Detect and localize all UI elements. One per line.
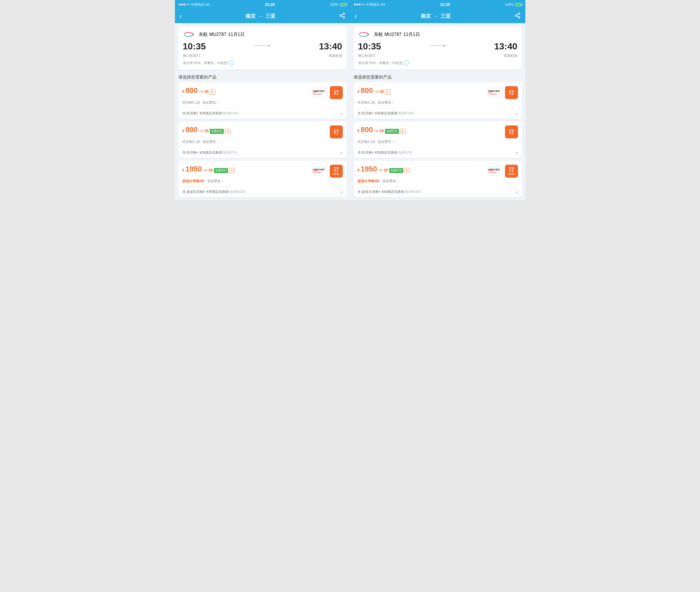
product-top-2r: ¥ 800 +¥ 28 免费班车 礼 订 xyxy=(358,126,518,138)
share-button-r[interactable] xyxy=(514,12,520,20)
battery-percent: 100% xyxy=(330,3,338,6)
separator1-r: | xyxy=(377,61,378,65)
flight-header: 东航 MU2787 11月1日 xyxy=(183,31,342,38)
more-info-icon[interactable]: › xyxy=(228,60,233,65)
more-info-icon-r[interactable]: › xyxy=(404,60,409,65)
meal-tag: 有餐饮 xyxy=(204,61,214,65)
dot5 xyxy=(188,4,190,5)
battery-fill xyxy=(340,4,345,6)
order-button-2r[interactable]: 订 xyxy=(505,126,518,138)
battery-icon-r xyxy=(515,3,521,6)
section-title-r: 请选择您需要的产品 xyxy=(350,73,525,82)
product-detail-2: 含:经济舱+ ¥28酒店优惠券(抵用¥70) ∨ xyxy=(182,147,343,158)
price-row-1: ¥ 800 +¥ 38 礼 xyxy=(182,86,216,95)
product-top-2: ¥ 800 +¥ 28 免费班车 礼 订 xyxy=(182,126,343,138)
price-main-1r: 800 xyxy=(361,86,373,95)
svg-line-4 xyxy=(341,14,343,15)
product-card-2r: ¥ 800 +¥ 28 免费班车 礼 订 经济舱4.1折 退改费高 › 含:经 xyxy=(354,121,522,158)
price-plus-2r: +¥ xyxy=(374,129,378,133)
meal-tag-r: 有餐饮 xyxy=(379,61,389,65)
svg-rect-19 xyxy=(358,31,372,38)
expand-icon-1[interactable]: ∨ xyxy=(340,111,343,116)
battery-fill-r xyxy=(516,4,521,6)
order-button-1[interactable]: 订 xyxy=(330,86,343,99)
share-button[interactable] xyxy=(339,12,345,20)
expand-icon-2r[interactable]: ∨ xyxy=(515,151,518,155)
status-bar-left: 中国电信 4G xyxy=(179,2,210,7)
order-button-1r[interactable]: 订 xyxy=(505,86,518,99)
upgrade-label-3: 超值头等舱3折 xyxy=(182,179,204,183)
currency-symbol-2: ¥ xyxy=(182,129,185,133)
currency-symbol-2r: ¥ xyxy=(358,129,360,133)
product-subinfo-1r: 经济舱4.1折 退改费高 › xyxy=(358,100,518,105)
price-extra-3: 38 xyxy=(208,168,213,172)
svg-rect-5 xyxy=(183,31,197,38)
phone-screen-right: 中国电信 4G 15:26 100% ‹ 南京 → 三亚 xyxy=(350,0,525,200)
product-detail-2r: 含:经济舱+ ¥28酒店优惠券(抵用¥70) ∨ xyxy=(358,147,518,158)
nav-title-r: 南京 → 三亚 xyxy=(421,13,451,19)
tag-shuttle-2: 免费班车 xyxy=(210,129,224,134)
svg-line-17 xyxy=(517,16,518,17)
tag-li-2r: 礼 xyxy=(400,129,406,134)
back-button-r[interactable]: ‹ xyxy=(355,12,357,20)
expand-icon-1r[interactable]: ∨ xyxy=(515,111,518,116)
depart-time-r: 10:35 xyxy=(358,41,381,52)
expand-icon-2[interactable]: ∨ xyxy=(340,151,343,155)
network-label: 4G xyxy=(205,3,210,6)
svg-text:携程旅威店: 携程旅威店 xyxy=(488,171,497,174)
signal-dots xyxy=(179,4,190,5)
order-button-2[interactable]: 订 xyxy=(330,126,343,138)
remaining-label-3: 剩4张 xyxy=(333,173,339,176)
product-right-3r: 中国东方航空 携程旅威店 订 剩4张 xyxy=(487,165,518,178)
tag-li-1: 礼 xyxy=(210,90,215,95)
price-row-3: ¥ 1950 +¥ 38 免费班车 礼 xyxy=(182,165,235,174)
tag-li-3: 礼 xyxy=(229,168,235,173)
product-top-1r: ¥ 800 +¥ 38 礼 中国东方航空 携程旅威店 xyxy=(358,86,518,99)
depart-time: 10:35 xyxy=(183,41,206,52)
product-top-3r: ¥ 1950 +¥ 38 免费班车 礼 中国东方航空 携程旅威店 xyxy=(358,165,518,178)
price-row-2: ¥ 800 +¥ 28 免费班车 礼 xyxy=(182,126,231,134)
status-bar-time: 15:26 xyxy=(265,2,275,7)
flight-header-r: 东航 MU2787 11月1日 xyxy=(358,31,517,38)
price-extra-2: 28 xyxy=(204,129,209,133)
battery-percent-r: 100% xyxy=(505,3,514,6)
svg-rect-11 xyxy=(312,167,327,176)
price-plus-1: +¥ xyxy=(199,90,203,94)
depart-airport: 禄口机场T2 xyxy=(183,53,200,58)
svg-text:携程旅威店: 携程旅威店 xyxy=(488,93,497,95)
price-plus-3: +¥ xyxy=(203,168,207,172)
network-label-r: 4G xyxy=(381,3,385,6)
product-card-2: ¥ 800 +¥ 28 免费班车 礼 订 经济舱4.1折 退改费高 › 含:经 xyxy=(178,121,347,158)
price-plus-3r: +¥ xyxy=(378,168,382,172)
flight-duration-arrow-r xyxy=(381,43,494,50)
flight-times: 10:35 13:40 xyxy=(183,41,342,52)
airline-badge-1: 中国东方航空 携程旅威店 xyxy=(312,88,328,97)
status-bar-right-r: 100% xyxy=(505,3,521,6)
svg-text:携程旅威店: 携程旅威店 xyxy=(313,171,322,174)
product-card-1r: ¥ 800 +¥ 38 礼 中国东方航空 携程旅威店 xyxy=(354,82,522,118)
arrive-airport-r: 凤凰机场 xyxy=(504,53,517,58)
price-main-3: 1950 xyxy=(185,165,202,174)
expand-icon-3[interactable]: ∨ xyxy=(340,190,343,194)
phone-screen-left: 中国电信 4G 15:26 100% ‹ 南京 → 三亚 xyxy=(175,0,350,200)
order-button-3[interactable]: 订 剩4张 xyxy=(330,165,343,178)
price-row-1r: ¥ 800 +¥ 38 礼 xyxy=(358,86,391,95)
upgrade-label-3r: 超值头等舱3折 xyxy=(358,179,380,183)
product-subinfo-3r: 超值头等舱3折 退改费低 › xyxy=(358,179,518,184)
product-subinfo-3: 超值头等舱3折 退改费低 › xyxy=(182,179,343,184)
dot1 xyxy=(179,4,181,5)
flight-card: 东航 MU2787 11月1日 10:35 13:40 禄口机场T2 凤凰机场 xyxy=(178,27,347,69)
airline-name-r: 东航 xyxy=(374,32,383,38)
product-subinfo-2r: 经济舱4.1折 退改费高 › xyxy=(358,140,518,144)
remaining-label-3r: 剩4张 xyxy=(508,173,515,176)
expand-icon-3r[interactable]: ∨ xyxy=(515,190,518,194)
flight-card-r: 东航 MU2787 11月1日 10:35 13:40 禄口机场T2 凤凰机场 xyxy=(354,27,522,69)
order-button-3r[interactable]: 订 剩4张 xyxy=(505,165,518,178)
back-button[interactable]: ‹ xyxy=(180,12,182,20)
nav-bar-r: ‹ 南京 → 三亚 xyxy=(350,9,525,23)
flight-date-r: 11月1日 xyxy=(403,32,420,38)
svg-line-18 xyxy=(517,14,518,15)
product-detail-3: 含:超值头等舱+ ¥38酒店优惠券(抵用¥100) ∨ xyxy=(182,186,343,197)
detail-text-2: 含:经济舱+ ¥28酒店优惠券(抵用¥70) xyxy=(182,150,237,155)
price-extra-1r: 38 xyxy=(379,89,384,94)
